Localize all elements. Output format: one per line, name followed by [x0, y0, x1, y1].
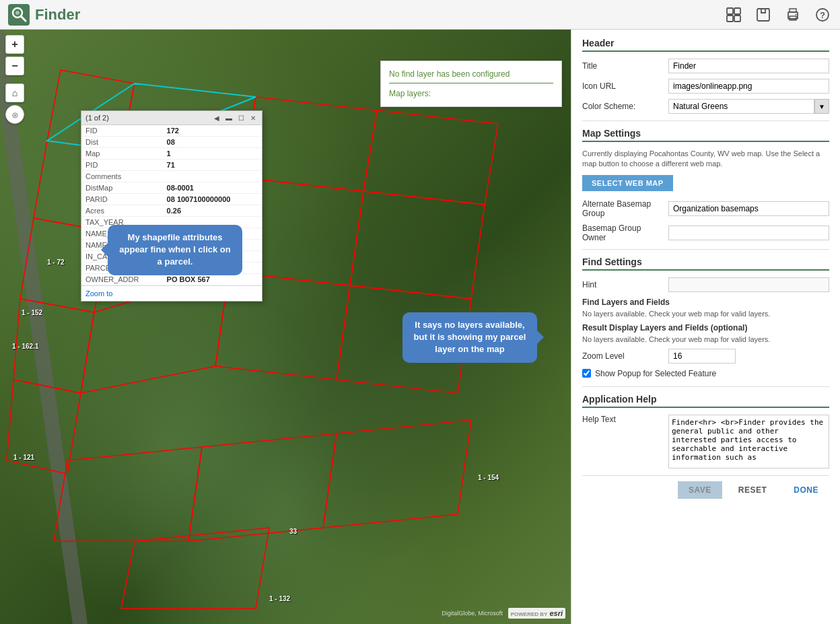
- callout-no-layers: It says no layers available, but it is s…: [403, 312, 537, 363]
- hint-label: Hint: [582, 280, 663, 289]
- popup-field-value: 0.26: [163, 205, 262, 217]
- header-section-heading: Header: [582, 38, 829, 52]
- popup-field-value: [163, 171, 262, 182]
- popup-field-label: DistMap: [81, 182, 163, 194]
- popup-title: (1 of 2): [85, 114, 109, 122]
- show-popup-checkbox[interactable]: [582, 369, 591, 378]
- compass-button[interactable]: ◎: [5, 105, 24, 124]
- show-popup-label: Show Popup for Selected Feature: [595, 369, 716, 378]
- basemap-owner-label: Basemap Group Owner: [582, 223, 663, 242]
- save-button: SAVE: [678, 481, 722, 499]
- show-popup-row: Show Popup for Selected Feature: [582, 369, 829, 378]
- color-scheme-dropdown[interactable]: Natural Greens: [668, 99, 814, 114]
- divider-1: [582, 120, 829, 121]
- svg-text:?: ?: [820, 10, 825, 20]
- parcel-label-154: 1 - 154: [478, 474, 499, 481]
- color-scheme-field-row: Color Scheme: Natural Greens ▼: [582, 99, 829, 114]
- hint-field-row: Hint: [582, 277, 829, 292]
- zoom-level-label: Zoom Level: [582, 351, 663, 361]
- grid-icon[interactable]: [724, 5, 743, 24]
- map-settings-heading: Map Settings: [582, 128, 829, 142]
- popup-field-value: 71: [163, 160, 262, 171]
- map-controls: + − ⌂ ◎: [5, 35, 24, 124]
- color-scheme-dropdown-arrow[interactable]: ▼: [814, 99, 829, 114]
- alt-basemap-field-row: Alternate Basemap Group: [582, 199, 829, 218]
- app-help-heading: Application Help: [582, 394, 829, 408]
- top-bar-icons: ?: [724, 5, 832, 24]
- popup-titlebar: (1 of 2) ◀ ▬ ☐ ✕: [81, 111, 262, 125]
- title-input[interactable]: [668, 59, 829, 73]
- esri-text: esri: [549, 609, 563, 617]
- powered-by-text: POWERED BY: [511, 611, 548, 617]
- alt-basemap-input[interactable]: [668, 201, 829, 216]
- popup-field-label: PARID: [81, 194, 163, 205]
- esri-logo: POWERED BY esri: [508, 608, 565, 619]
- parcel-label-152: 1 - 152: [22, 309, 42, 316]
- map-background: + − ⌂ ◎ (1 of 2) ◀ ▬ ☐ ✕: [0, 30, 571, 624]
- help-text-row: Help Text Finder<hr> <br>Finder provides…: [582, 415, 829, 469]
- done-button[interactable]: DONE: [783, 481, 829, 499]
- parcel-label-72: 1 - 72: [47, 258, 65, 266]
- svg-rect-6: [727, 15, 733, 22]
- print-icon[interactable]: [783, 5, 802, 24]
- find-settings-heading: Find Settings: [582, 256, 829, 271]
- map-area[interactable]: + − ⌂ ◎ (1 of 2) ◀ ▬ ☐ ✕: [0, 30, 571, 624]
- parcel-label-33: 33: [289, 528, 297, 535]
- home-button[interactable]: ⌂: [5, 83, 24, 102]
- bottom-buttons: SAVE RESET DONE: [582, 475, 829, 499]
- help-icon[interactable]: ?: [813, 5, 832, 24]
- popup-maximize-button[interactable]: ☐: [236, 113, 246, 123]
- zoom-in-button[interactable]: +: [5, 35, 24, 54]
- popup-controls: ◀ ▬ ☐ ✕: [212, 113, 258, 123]
- popup-field-value: 08-0001: [163, 182, 262, 194]
- title-label: Title: [582, 61, 663, 71]
- svg-rect-8: [757, 9, 769, 21]
- popup-minimize-button[interactable]: ▬: [224, 113, 234, 123]
- top-bar: Finder ?: [0, 0, 840, 30]
- popup-field-label: FID: [81, 125, 163, 137]
- reset-button[interactable]: RESET: [728, 481, 778, 499]
- svg-rect-4: [727, 8, 733, 14]
- find-panel-no-layer-msg: No find layer has been configured: [389, 69, 553, 83]
- color-scheme-dropdown-container: Natural Greens ▼: [668, 99, 829, 114]
- export-icon[interactable]: [754, 5, 773, 24]
- result-display-label: Result Display Layers and Fields (option…: [582, 323, 829, 333]
- app-logo-icon: [8, 4, 30, 26]
- map-description: Currently displaying Pocahontas County, …: [582, 149, 829, 170]
- zoom-to-link[interactable]: Zoom to: [85, 289, 112, 298]
- divider-3: [582, 386, 829, 387]
- parcel-label-121: 1 - 121: [13, 454, 34, 461]
- svg-rect-0: [8, 4, 30, 26]
- popup-close-button[interactable]: ✕: [248, 113, 258, 123]
- svg-point-12: [796, 13, 797, 15]
- popup-field-value: 172: [163, 125, 262, 137]
- find-layers-no-layers-msg: No layers available. Check your web map …: [582, 310, 829, 318]
- select-web-map-button[interactable]: SELECT WEB MAP: [582, 175, 673, 191]
- svg-point-3: [15, 11, 20, 15]
- color-scheme-value: Natural Greens: [673, 102, 728, 111]
- parcel-label-132: 1 - 132: [269, 595, 290, 602]
- divider-2: [582, 249, 829, 250]
- zoom-level-row: Zoom Level: [582, 349, 829, 363]
- find-panel-layers-label: Map layers:: [389, 89, 553, 98]
- basemap-owner-field-row: Basemap Group Owner: [582, 223, 829, 242]
- parcel-label-1621: 1 - 162.1: [12, 343, 38, 350]
- popup-field-value: 08: [163, 137, 262, 148]
- icon-url-label: Icon URL: [582, 81, 663, 91]
- icon-url-field-row: Icon URL: [582, 79, 829, 94]
- popup-prev-button[interactable]: ◀: [212, 113, 221, 123]
- help-text-label: Help Text: [582, 415, 663, 424]
- popup-field-value: 1: [163, 148, 262, 160]
- help-text-input[interactable]: Finder<hr> <br>Finder provides the gener…: [668, 415, 829, 469]
- zoom-level-input[interactable]: [668, 349, 736, 363]
- zoom-out-button[interactable]: −: [5, 57, 24, 75]
- popup-field-label: OWNER_ADDR: [81, 274, 163, 285]
- popup-field-value: PO BOX 567: [163, 274, 262, 285]
- basemap-owner-input[interactable]: [668, 226, 829, 240]
- popup-field-label: PID: [81, 160, 163, 171]
- svg-rect-7: [734, 15, 740, 22]
- main-content: + − ⌂ ◎ (1 of 2) ◀ ▬ ☐ ✕: [0, 30, 840, 624]
- hint-input[interactable]: [668, 277, 829, 292]
- icon-url-input[interactable]: [668, 79, 829, 94]
- app-logo-area: Finder: [8, 4, 724, 26]
